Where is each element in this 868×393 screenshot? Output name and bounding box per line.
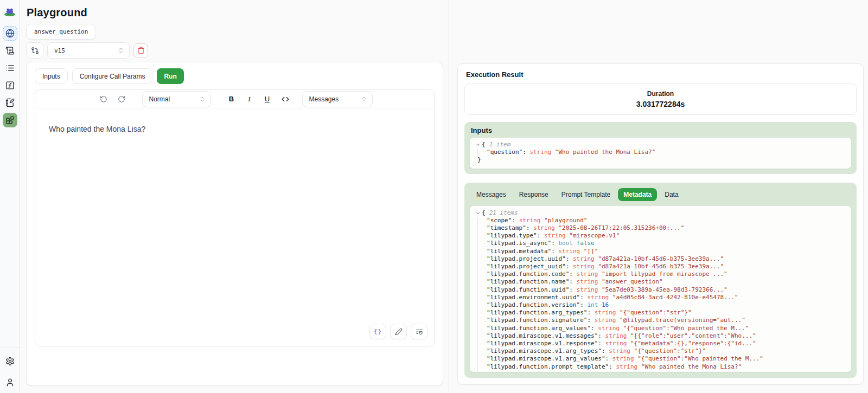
duration-value: 3.031772284s <box>636 100 685 108</box>
json-entry: lilypad.type: string "mirascope.v1" <box>487 232 846 240</box>
json-root-line: { 21 items <box>475 209 846 217</box>
playground-app: Playground answer_question v15 Inputs Co… <box>0 0 868 393</box>
sidebar-bottom <box>3 354 17 390</box>
result-tab[interactable]: Data <box>659 188 684 201</box>
json-entry: lilypad.mirascope.v1.prompt_template: st… <box>487 371 846 372</box>
redo-button[interactable] <box>115 93 128 106</box>
result-tabs: Messages Response Prompt Template Metada… <box>470 188 851 202</box>
right-pane: Execution Result Duration 3.031772284s I… <box>449 0 868 393</box>
json-entry: lilypad.function.signature: string "@lil… <box>487 317 846 324</box>
braces-icon: {} <box>374 328 382 335</box>
sidebar-divider <box>0 347 20 347</box>
result-tabs-section: Messages Response Prompt Template Metada… <box>464 183 857 378</box>
editor-toolbar: Normal B I U Messages <box>35 90 434 108</box>
json-entry: scope: string "playground" <box>487 217 846 224</box>
json-children: question: string "Who painted the Mona L… <box>477 149 846 156</box>
result-tab[interactable]: Metadata <box>618 188 657 201</box>
bold-button[interactable]: B <box>225 93 238 106</box>
sidebar-item-traces[interactable] <box>3 43 17 58</box>
sidebar-item-list[interactable] <box>3 61 17 75</box>
function-square-icon <box>5 81 15 90</box>
json-entry: lilypad.mirascope.v1.messages: string "[… <box>487 332 846 340</box>
prompt-editor: Normal B I U Messages Who painted th <box>35 89 435 346</box>
user-button[interactable] <box>3 375 17 390</box>
result-tab[interactable]: Messages <box>471 188 512 201</box>
actions-row: Inputs Configure Call Params Run <box>35 68 435 84</box>
page-title: Playground <box>27 7 443 19</box>
json-item-count: 21 items <box>489 209 518 217</box>
inputs-section: Inputs { 1 item question: string "Who pa… <box>464 122 857 174</box>
sidebar-item-playground[interactable] <box>3 113 17 127</box>
json-entry: lilypad.function.prompt_template: string… <box>487 363 846 371</box>
sidebar-item-annotations[interactable] <box>3 95 17 110</box>
delete-version-button[interactable] <box>133 43 148 58</box>
json-entry: lilypad.metadata: string "[]" <box>487 248 846 255</box>
json-entry: lilypad.function.version: int 16 <box>487 301 846 309</box>
json-entry: lilypad.function.arg_types: string "{"qu… <box>487 309 846 317</box>
underline-button[interactable]: U <box>261 93 274 106</box>
result-tab[interactable]: Prompt Template <box>556 188 616 201</box>
json-entry: lilypad.project_uuid: string "d87a421a-1… <box>487 263 846 270</box>
gear-icon <box>5 357 15 366</box>
duration-label: Duration <box>647 90 674 98</box>
redo-icon <box>118 95 125 103</box>
messages-select[interactable]: Messages <box>302 91 373 107</box>
italic-button[interactable]: I <box>243 93 256 106</box>
pencil-icon <box>395 328 403 336</box>
undo-button[interactable] <box>97 93 110 106</box>
chevrons-up-down-icon <box>118 47 124 54</box>
result-tab[interactable]: Response <box>514 188 554 201</box>
duration-card: Duration 3.031772284s <box>464 83 857 115</box>
inputs-json-viewer: { 1 item question: string "Who painted t… <box>470 138 851 169</box>
chevron-down-icon[interactable] <box>475 142 481 147</box>
list-icon <box>5 63 15 73</box>
inputs-button[interactable]: Inputs <box>35 68 68 84</box>
json-entry: lilypad.mirascope.v1.arg_values: string … <box>487 355 846 363</box>
block-format-value: Normal <box>149 95 170 103</box>
left-pane: Playground answer_question v15 Inputs Co… <box>20 0 449 393</box>
edit-button[interactable] <box>390 324 407 339</box>
globe-icon <box>5 29 15 38</box>
sidebar-item-globe[interactable] <box>3 26 17 41</box>
json-entry: lilypad.function.name: string "answer_qu… <box>487 278 846 286</box>
json-entry: lilypad.is_async: bool false <box>487 240 846 247</box>
undo-icon <box>100 95 107 103</box>
editor-content[interactable]: Who painted the Mona Lisa? <box>35 108 434 324</box>
editor-footer: {} <box>35 324 434 346</box>
sidebar <box>0 0 20 393</box>
function-tab[interactable]: answer_question <box>26 24 96 40</box>
json-entry: lilypad.mirascope.v1.arg_types: string "… <box>487 347 846 355</box>
settings-button[interactable] <box>3 354 17 369</box>
sidebar-item-functions[interactable] <box>3 78 17 93</box>
inputs-section-title: Inputs <box>471 126 851 134</box>
json-entry: lilypad.function.uuid: string "5ea7de03-… <box>487 286 846 294</box>
json-children: scope: string "playground" timestamp: st… <box>477 217 846 372</box>
version-select-value: v15 <box>54 47 65 54</box>
json-close-brace: } <box>475 156 846 164</box>
json-entry: timestamp: string "2025-08-26T17:22:05.3… <box>487 224 846 232</box>
execution-result-title: Execution Result <box>466 70 857 79</box>
run-button[interactable]: Run <box>157 68 183 84</box>
git-compare-icon <box>31 47 39 55</box>
block-format-select[interactable]: Normal <box>142 91 211 107</box>
braces-button[interactable]: {} <box>369 324 386 339</box>
lilypad-logo <box>3 4 16 17</box>
json-item-count: 1 item <box>489 141 511 149</box>
execution-result-card: Execution Result Duration 3.031772284s I… <box>457 63 864 385</box>
messages-select-value: Messages <box>309 95 339 103</box>
user-icon <box>5 378 15 387</box>
json-entry: lilypad.function.code: string "import li… <box>487 270 846 278</box>
chevrons-up-down-icon <box>361 96 367 102</box>
notebook-pen-icon <box>5 98 15 107</box>
metadata-json-viewer: { 21 items scope: string "playground" ti… <box>470 206 851 372</box>
json-open-brace: { <box>482 141 486 149</box>
version-select[interactable]: v15 <box>47 42 130 59</box>
chevron-down-icon[interactable] <box>475 210 481 216</box>
list-restart-button[interactable] <box>411 324 427 339</box>
compare-versions-button[interactable] <box>26 42 43 59</box>
json-root-line: { 1 item <box>475 141 846 149</box>
code-button[interactable] <box>279 93 292 106</box>
json-entry: lilypad.mirascope.v1.response: string "{… <box>487 340 846 347</box>
json-open-brace: { <box>482 209 486 217</box>
configure-call-params-button[interactable]: Configure Call Params <box>72 68 153 84</box>
